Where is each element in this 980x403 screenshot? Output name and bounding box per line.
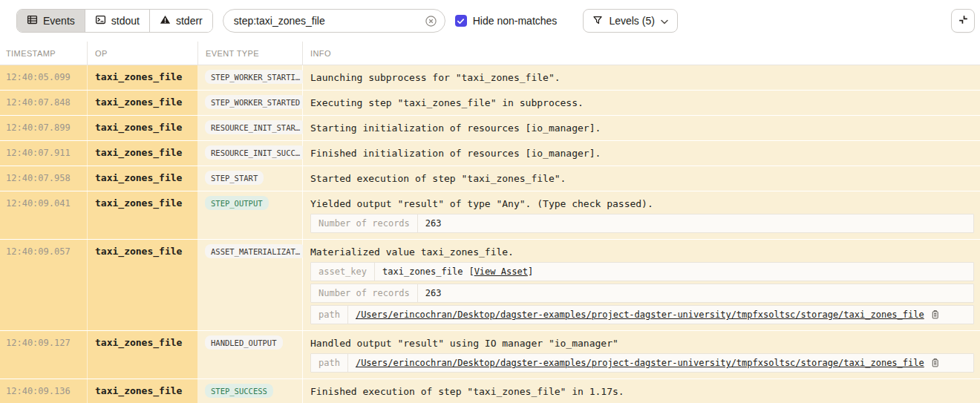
metadata-value: 263	[418, 284, 973, 302]
timestamp-cell: 12:40:09.057	[0, 240, 88, 330]
timestamp-cell: 12:40:09.041	[0, 191, 88, 239]
filter-icon	[592, 15, 603, 27]
tab-stderr[interactable]: stderr	[150, 10, 212, 32]
table-row[interactable]: 12:40:05.099taxi_zones_fileSTEP_WORKER_S…	[0, 65, 980, 91]
event-type-cell: STEP_WORKER_STARTI…	[198, 65, 303, 90]
event-type-badge: ASSET_MATERIALIZAT…	[205, 244, 306, 258]
event-type-cell: RESOURCE_INIT_STAR…	[198, 116, 303, 140]
metadata-label: Number of records	[311, 214, 418, 232]
metadata-plain-value: taxi_zones_file	[382, 266, 463, 277]
info-cell: Yielded output "result" of type "Any". (…	[303, 191, 980, 239]
info-cell: Handled output "result" using IO manager…	[303, 331, 980, 379]
warning-icon	[160, 14, 171, 27]
info-cell: Starting initialization of resources [io…	[303, 116, 980, 140]
event-type-badge: STEP_WORKER_STARTI…	[205, 70, 306, 84]
header-info: INFO	[303, 42, 980, 65]
info-cell: Finished execution of step "taxi_zones_f…	[303, 379, 980, 403]
metadata-entry: path/Users/erincochran/Desktop/dagster-e…	[310, 353, 974, 373]
copy-icon[interactable]	[930, 358, 940, 368]
checkbox-checked-icon[interactable]	[455, 15, 467, 27]
table-row[interactable]: 12:40:09.041taxi_zones_fileSTEP_OUTPUTYi…	[0, 191, 980, 240]
event-type-badge: STEP_START	[205, 171, 264, 185]
tab-events[interactable]: Events	[17, 10, 85, 32]
metadata-entry: Number of records263	[310, 214, 974, 233]
event-type-cell: STEP_SUCCESS	[198, 379, 303, 403]
event-message: Finished execution of step "taxi_zones_f…	[310, 385, 974, 398]
path-link[interactable]: /Users/erincochran/Desktop/dagster-examp…	[356, 309, 924, 320]
log-rows: 12:40:05.099taxi_zones_fileSTEP_WORKER_S…	[0, 65, 980, 403]
metadata-value: 263	[418, 214, 973, 232]
timestamp-cell: 12:40:05.099	[0, 65, 88, 90]
metadata-value: taxi_zones_file[View Asset]	[375, 263, 973, 281]
op-cell: taxi_zones_file	[88, 166, 198, 191]
chevron-down-icon	[661, 15, 668, 27]
event-type-badge: HANDLED_OUTPUT	[205, 335, 283, 350]
info-cell: Launching subprocess for "taxi_zones_fil…	[303, 65, 980, 90]
metadata-label: Number of records	[311, 284, 418, 302]
header-event-type: EVENT TYPE	[198, 42, 303, 65]
op-cell: taxi_zones_file	[88, 379, 198, 403]
header-timestamp: TIMESTAMP	[0, 42, 88, 65]
hide-non-matches-label: Hide non-matches	[473, 15, 558, 27]
bracket-open: [	[468, 266, 474, 277]
timestamp-cell: 12:40:07.899	[0, 116, 88, 140]
table-row[interactable]: 12:40:09.057taxi_zones_fileASSET_MATERIA…	[0, 240, 980, 331]
bracket-close: ]	[528, 266, 533, 277]
collapse-icon	[957, 13, 970, 28]
event-message: Started execution of step "taxi_zones_fi…	[310, 172, 974, 185]
table-row[interactable]: 12:40:09.127taxi_zones_fileHANDLED_OUTPU…	[0, 331, 980, 379]
metadata-label: path	[311, 306, 348, 324]
collapse-panel-button[interactable]	[951, 9, 975, 33]
hide-non-matches-toggle[interactable]: Hide non-matches	[455, 15, 558, 27]
table-icon	[27, 14, 38, 27]
levels-filter-button[interactable]: Levels (5)	[583, 9, 677, 33]
event-message: Launching subprocess for "taxi_zones_fil…	[310, 71, 974, 84]
info-cell: Materialized value taxi_zones_file.asset…	[303, 240, 980, 330]
timestamp-cell: 12:40:09.136	[0, 379, 88, 403]
table-row[interactable]: 12:40:07.848taxi_zones_fileSTEP_WORKER_S…	[0, 91, 980, 116]
table-row[interactable]: 12:40:07.958taxi_zones_fileSTEP_STARTSta…	[0, 166, 980, 191]
event-type-cell: STEP_WORKER_STARTED	[198, 91, 303, 115]
event-type-cell: RESOURCE_INIT_SUCC…	[198, 141, 303, 166]
clear-search-icon[interactable]	[425, 15, 437, 27]
event-type-cell: ASSET_MATERIALIZAT…	[198, 240, 303, 330]
op-cell: taxi_zones_file	[88, 91, 198, 115]
tab-stdout-label: stdout	[111, 15, 140, 27]
timestamp-cell: 12:40:07.911	[0, 141, 88, 166]
path-link[interactable]: /Users/erincochran/Desktop/dagster-examp…	[356, 358, 924, 368]
op-cell: taxi_zones_file	[88, 65, 198, 90]
info-cell: Executing step "taxi_zones_file" in subp…	[303, 91, 980, 115]
view-asset-link-wrap: [View Asset]	[468, 266, 533, 277]
event-type-badge: STEP_WORKER_STARTED	[205, 95, 306, 109]
table-row[interactable]: 12:40:09.136taxi_zones_fileSTEP_SUCCESSF…	[0, 379, 980, 403]
info-cell: Finished initialization of resources [io…	[303, 141, 980, 166]
view-asset-link[interactable]: View Asset	[474, 266, 528, 277]
info-cell: Started execution of step "taxi_zones_fi…	[303, 166, 980, 191]
copy-icon[interactable]	[930, 309, 940, 320]
table-row[interactable]: 12:40:07.911taxi_zones_fileRESOURCE_INIT…	[0, 141, 980, 166]
metadata-value: /Users/erincochran/Desktop/dagster-examp…	[348, 354, 973, 372]
terminal-icon	[95, 14, 106, 27]
event-message: Handled output "result" using IO manager…	[310, 337, 974, 350]
event-message: Finished initialization of resources [io…	[310, 147, 974, 160]
event-message: Starting initialization of resources [io…	[310, 122, 974, 134]
levels-filter-label: Levels (5)	[609, 15, 654, 27]
event-type-cell: HANDLED_OUTPUT	[198, 331, 303, 379]
log-toolbar: Events stdout stderr	[0, 0, 980, 42]
search-input[interactable]	[234, 15, 425, 27]
header-op: OP	[88, 42, 198, 65]
timestamp-cell: 12:40:07.958	[0, 166, 88, 191]
event-type-cell: STEP_OUTPUT	[198, 191, 303, 239]
metadata-plain-value: 263	[425, 218, 442, 229]
event-type-badge: RESOURCE_INIT_SUCC…	[205, 145, 306, 160]
metadata-plain-value: 263	[425, 288, 442, 298]
table-row[interactable]: 12:40:07.899taxi_zones_fileRESOURCE_INIT…	[0, 116, 980, 141]
log-search-field	[223, 9, 445, 33]
metadata-entry: Number of records263	[310, 284, 974, 303]
metadata-value: /Users/erincochran/Desktop/dagster-examp…	[348, 306, 973, 324]
tab-stdout[interactable]: stdout	[85, 10, 150, 32]
metadata-entry: path/Users/erincochran/Desktop/dagster-e…	[310, 305, 974, 324]
metadata-label: asset_key	[311, 263, 375, 281]
event-type-cell: STEP_START	[198, 166, 303, 191]
metadata-label: path	[311, 354, 348, 372]
